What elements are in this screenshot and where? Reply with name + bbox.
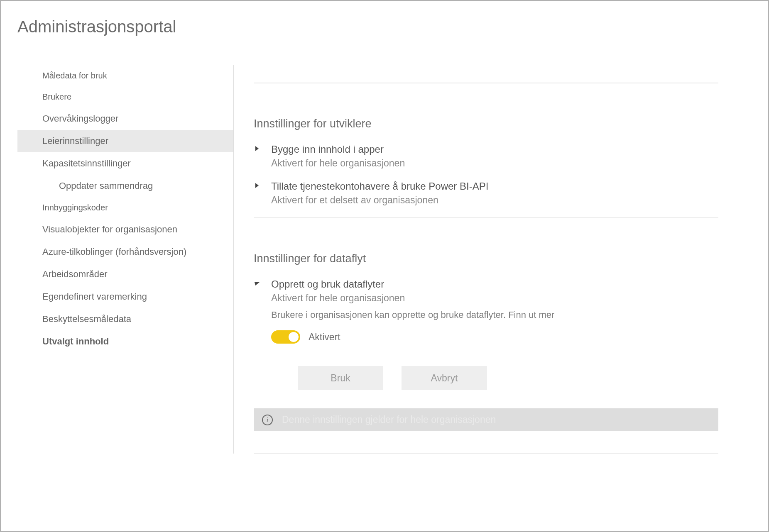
sidebar-item-usage-metrics[interactable]: Måledata for bruk <box>17 65 233 86</box>
chevron-right-icon <box>254 181 271 190</box>
setting-title: Opprett og bruk dataflyter <box>271 278 718 290</box>
setting-subtitle: Aktivert for et delsett av organisasjone… <box>271 195 488 206</box>
sidebar: Måledata for bruk Brukere Overvåkingslog… <box>17 65 233 454</box>
sidebar-item-featured-content[interactable]: Utvalgt innhold <box>17 330 233 353</box>
apply-button[interactable]: Bruk <box>298 366 383 390</box>
setting-title: Tillate tjenestekontohavere å bruke Powe… <box>271 181 488 192</box>
sidebar-item-org-visuals[interactable]: Visualobjekter for organisasjonen <box>17 218 233 241</box>
setting-subtitle: Aktivert for hele organisasjonen <box>271 158 405 169</box>
page-title: Administrasjonsportal <box>17 17 768 36</box>
setting-service-principals[interactable]: Tillate tjenestekontohavere å bruke Powe… <box>254 181 718 206</box>
info-text: Denne innstillingen gjelder for hele org… <box>282 414 496 425</box>
setting-create-dataflows[interactable]: Opprett og bruk dataflyter Aktivert for … <box>254 278 718 431</box>
sidebar-item-azure-connections[interactable]: Azure-tilkoblinger (forhåndsversjon) <box>17 241 233 263</box>
info-icon: i <box>262 415 273 425</box>
chevron-right-icon <box>254 144 271 154</box>
setting-description: Brukere i organisasjonen kan opprette og… <box>271 310 718 320</box>
setting-title: Bygge inn innhold i apper <box>271 144 405 155</box>
sidebar-item-tenant-settings[interactable]: Leierinnstillinger <box>17 130 233 152</box>
setting-embed-content[interactable]: Bygge inn innhold i apper Aktivert for h… <box>254 144 718 169</box>
section-title-dataflow: Innstillinger for dataflyt <box>254 252 718 265</box>
chevron-down-icon <box>254 278 271 288</box>
setting-subtitle: Aktivert for hele organisasjonen <box>271 293 718 304</box>
section-title-developers: Innstillinger for utviklere <box>254 117 718 130</box>
sidebar-item-refresh-summary[interactable]: Oppdater sammendrag <box>17 175 233 197</box>
svg-marker-0 <box>255 146 259 151</box>
sidebar-item-audit-logs[interactable]: Overvåkingslogger <box>17 107 233 130</box>
sidebar-item-workspaces[interactable]: Arbeidsområder <box>17 263 233 286</box>
sidebar-item-protection-metrics[interactable]: Beskyttelsesmåledata <box>17 308 233 330</box>
cancel-button[interactable]: Avbryt <box>402 366 487 390</box>
sidebar-item-capacity-settings[interactable]: Kapasitetsinnstillinger <box>17 152 233 175</box>
info-bar: i Denne innstillingen gjelder for hele o… <box>254 408 718 431</box>
toggle-label: Aktivert <box>309 332 340 343</box>
sidebar-item-users[interactable]: Brukere <box>17 86 233 107</box>
sidebar-item-embed-codes[interactable]: Innbyggingskoder <box>17 197 233 218</box>
toggle-enabled[interactable] <box>271 330 300 344</box>
svg-marker-2 <box>255 282 260 286</box>
svg-marker-1 <box>255 183 259 188</box>
main-content: Innstillinger for utviklere Bygge inn in… <box>233 65 768 454</box>
sidebar-item-custom-branding[interactable]: Egendefinert varemerking <box>17 286 233 308</box>
